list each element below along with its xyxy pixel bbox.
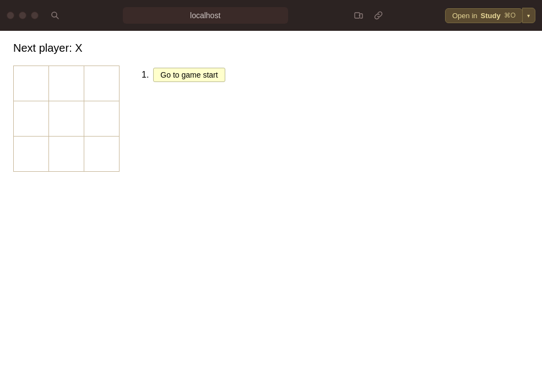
close-button[interactable] <box>7 12 14 19</box>
maximize-button[interactable] <box>31 12 39 19</box>
history-panel: 1. Go to game start <box>142 66 225 86</box>
url-text: localhost <box>190 11 220 20</box>
link-icon[interactable] <box>372 9 385 22</box>
svg-line-1 <box>56 17 58 19</box>
game-layout: 1. Go to game start <box>13 66 529 172</box>
open-in-study-shortcut: ⌘O <box>504 12 516 19</box>
main-content: Next player: X 1. Go to game start <box>0 31 542 392</box>
open-in-study-dropdown[interactable]: ▾ <box>522 8 535 23</box>
open-in-study-button[interactable]: Open in Study ⌘O <box>445 8 523 23</box>
titlebar: localhost Open in Study ⌘O ▾ <box>0 0 542 31</box>
cell-8[interactable] <box>84 137 120 172</box>
address-bar[interactable]: localhost <box>123 7 288 24</box>
cell-7[interactable] <box>49 137 84 172</box>
go-to-game-start-button[interactable]: Go to game start <box>153 68 225 82</box>
cell-3[interactable] <box>14 101 49 137</box>
tab-switch-icon[interactable] <box>352 9 365 22</box>
open-in-study-bold: Study <box>481 12 501 20</box>
next-player-label: Next player: X <box>13 42 529 55</box>
cell-1[interactable] <box>49 66 84 101</box>
search-icon[interactable] <box>47 8 63 23</box>
game-board <box>13 66 120 172</box>
cell-2[interactable] <box>84 66 120 101</box>
minimize-button[interactable] <box>19 12 26 19</box>
cell-6[interactable] <box>14 137 49 172</box>
cell-0[interactable] <box>14 66 49 101</box>
nav-icons <box>352 9 385 22</box>
traffic-lights <box>7 12 39 19</box>
open-in-study-prefix: Open in <box>452 12 478 20</box>
chevron-down-icon: ▾ <box>527 13 530 19</box>
list-item: 1. Go to game start <box>142 68 225 82</box>
history-item-number: 1. <box>142 70 149 80</box>
cell-5[interactable] <box>84 101 120 137</box>
cell-4[interactable] <box>49 101 84 137</box>
